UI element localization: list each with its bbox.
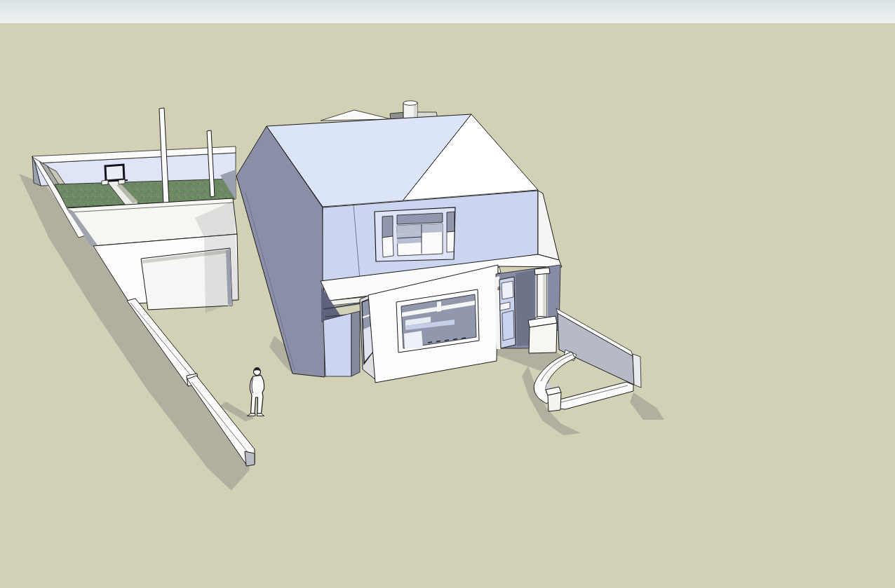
driveway-wall-end-cap[interactable] — [245, 451, 255, 466]
door-number: 8 — [497, 285, 501, 292]
upper-window-pane[interactable] — [382, 236, 393, 257]
upper-window-pane[interactable] — [382, 216, 393, 238]
column-pedestal-front[interactable] — [529, 323, 557, 353]
side-entrance-shade[interactable] — [351, 311, 360, 376]
porch-column-shade — [543, 272, 546, 317]
tall-side-wall-end[interactable] — [633, 354, 641, 388]
porch[interactable]: 8 — [494, 265, 560, 353]
wall-pillar-front[interactable] — [548, 392, 561, 411]
upper-window[interactable] — [375, 207, 455, 261]
goal-net[interactable] — [106, 165, 123, 180]
scene-canvas[interactable]: 8 — [0, 0, 895, 588]
sky — [0, 0, 895, 24]
bay-window-mullion — [437, 301, 441, 312]
viewport[interactable]: 8 — [0, 0, 895, 588]
porch-column-capital[interactable] — [534, 268, 550, 275]
upper-window-pane[interactable] — [447, 231, 455, 252]
upper-window-pane[interactable] — [447, 212, 455, 232]
bay-window-reflection — [404, 331, 423, 348]
front-door-glass — [502, 281, 513, 299]
goal-base-right[interactable] — [119, 179, 125, 184]
goal-base-left[interactable] — [102, 180, 108, 185]
chimney-pot-top[interactable] — [403, 101, 417, 105]
side-entrance-panel[interactable] — [323, 313, 351, 376]
upper-window-transom[interactable] — [397, 213, 443, 224]
